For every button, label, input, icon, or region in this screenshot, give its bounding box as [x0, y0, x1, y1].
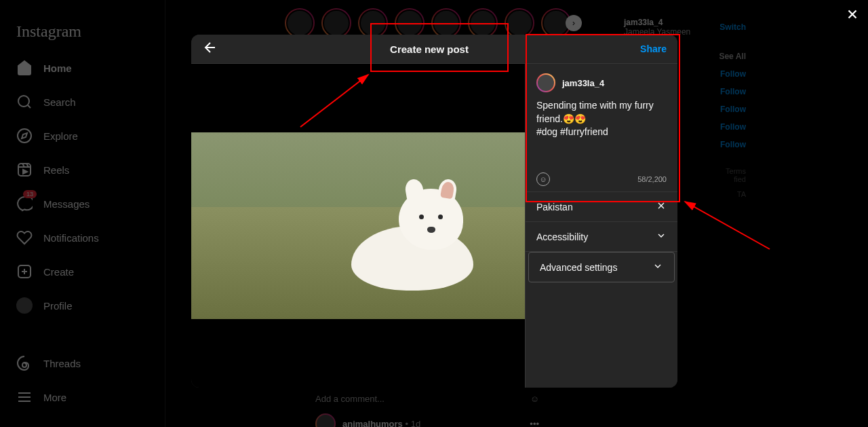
post-image — [191, 132, 525, 319]
author-avatar[interactable] — [536, 73, 555, 92]
author-row: jam33la_4 — [526, 64, 677, 99]
modal-body: jam33la_4 Spending time with my furry fr… — [191, 64, 677, 388]
advanced-label: Advanced settings — [540, 262, 617, 273]
location-value: Pakistan — [536, 202, 573, 212]
image-preview[interactable] — [191, 64, 525, 388]
emoji-picker-button[interactable]: ☺ — [536, 172, 550, 186]
back-button[interactable] — [202, 39, 218, 58]
char-count: 58/2,200 — [637, 175, 667, 183]
advanced-settings-row[interactable]: Advanced settings — [528, 252, 675, 282]
modal-header: Create new post Share — [191, 35, 677, 64]
modal-title: Create new post — [218, 43, 640, 55]
location-row[interactable]: Pakistan — [526, 192, 677, 222]
accessibility-row[interactable]: Accessibility — [526, 222, 677, 252]
create-post-modal: Create new post Share — [191, 35, 677, 388]
post-details-panel: jam33la_4 Spending time with my furry fr… — [525, 64, 677, 388]
clear-location-icon[interactable] — [656, 200, 667, 213]
caption-footer: ☺ 58/2,200 — [526, 167, 677, 192]
close-modal-button[interactable] — [845, 7, 860, 24]
caption-textarea[interactable]: Spending time with my furry friend.😍😍 #d… — [526, 99, 677, 167]
chevron-down-icon — [656, 230, 667, 243]
share-button[interactable]: Share — [640, 43, 667, 54]
accessibility-label: Accessibility — [536, 231, 588, 242]
chevron-down-icon — [652, 261, 663, 274]
author-username[interactable]: jam33la_4 — [562, 78, 604, 88]
